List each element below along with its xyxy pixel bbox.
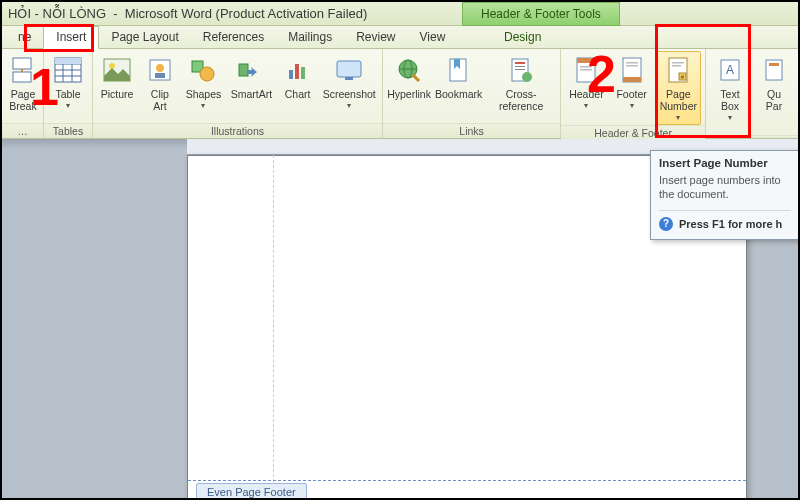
- page-break-icon: [7, 54, 39, 86]
- table-icon: [52, 54, 84, 86]
- cross-reference-icon: [505, 54, 537, 86]
- svg-rect-21: [515, 62, 525, 64]
- dropdown-icon: ▾: [630, 101, 634, 110]
- tab-review[interactable]: Review: [344, 27, 407, 48]
- tab-design[interactable]: Design: [492, 27, 553, 48]
- tooltip-title: Insert Page Number: [659, 157, 791, 169]
- svg-rect-36: [672, 62, 684, 64]
- group-illustrations: Picture Clip Art Shapes ▾ SmartArt Chart: [93, 49, 383, 138]
- tab-insert[interactable]: Insert: [43, 26, 99, 49]
- chart-button[interactable]: Chart: [279, 51, 317, 103]
- tooltip-help: ? Press F1 for more h: [659, 210, 791, 231]
- dropdown-icon: ▾: [347, 101, 351, 110]
- group-tables: Table ▾ Tables: [44, 49, 93, 138]
- page-break-label: Page Break: [9, 88, 36, 112]
- svg-rect-13: [295, 64, 299, 79]
- page-number-button[interactable]: # Page Number ▾: [656, 51, 701, 125]
- header-icon: [570, 54, 602, 86]
- header-button[interactable]: Header ▾: [565, 51, 607, 113]
- svg-rect-23: [515, 69, 525, 70]
- smartart-icon: [235, 54, 267, 86]
- group-links: Hyperlink Bookmark Cross-reference Links: [383, 49, 561, 138]
- help-icon: ?: [659, 217, 673, 231]
- cross-reference-button[interactable]: Cross-reference: [486, 51, 556, 115]
- activation-status: (Product Activation Failed): [216, 6, 368, 21]
- title-bar: HỎI - NỖI LÒNG - Microsoft Word (Product…: [2, 2, 798, 26]
- ribbon-insert: Page Break … Table ▾ Tables Picture C: [2, 49, 798, 139]
- svg-rect-27: [580, 66, 592, 68]
- bookmark-label: Bookmark: [435, 88, 482, 100]
- group-text-label: [706, 135, 798, 138]
- svg-rect-31: [626, 62, 638, 64]
- smartart-button[interactable]: SmartArt: [228, 51, 275, 103]
- screenshot-icon: [333, 54, 365, 86]
- tooltip-help-text: Press F1 for more h: [679, 218, 782, 230]
- dropdown-icon: ▾: [584, 101, 588, 110]
- cross-reference-label: Cross-reference: [490, 88, 552, 112]
- page-break-button[interactable]: Page Break: [6, 51, 40, 115]
- footer-section-tab[interactable]: Even Page Footer: [196, 483, 307, 500]
- clip-art-button[interactable]: Clip Art: [141, 51, 179, 115]
- group-links-label: Links: [383, 123, 560, 138]
- page-number-icon: #: [662, 54, 694, 86]
- clip-art-icon: [144, 54, 176, 86]
- shapes-button[interactable]: Shapes ▾: [183, 51, 224, 113]
- tab-references[interactable]: References: [191, 27, 276, 48]
- svg-rect-16: [345, 77, 353, 80]
- group-pages-label: …: [2, 123, 43, 138]
- svg-rect-28: [580, 69, 592, 71]
- picture-icon: [101, 54, 133, 86]
- group-illustrations-label: Illustrations: [93, 123, 382, 138]
- quick-parts-label: Qu Par: [766, 88, 782, 112]
- picture-button[interactable]: Picture: [97, 51, 137, 103]
- svg-rect-37: [672, 65, 681, 67]
- footer-icon: [616, 54, 648, 86]
- dropdown-icon: ▾: [66, 101, 70, 110]
- page-number-label: Page Number: [660, 88, 697, 112]
- page-number-tooltip: Insert Page Number Insert page numbers i…: [650, 150, 800, 240]
- svg-rect-12: [289, 70, 293, 79]
- tab-mailings[interactable]: Mailings: [276, 27, 344, 48]
- chart-icon: [282, 54, 314, 86]
- text-box-button[interactable]: A Text Box ▾: [710, 51, 750, 125]
- footer-separator: [188, 480, 746, 481]
- document-title: HỎI - NỖI LÒNG: [8, 6, 106, 21]
- group-header-footer-label: Header & Footer: [561, 125, 705, 140]
- svg-rect-1: [13, 72, 31, 82]
- chart-label: Chart: [285, 88, 311, 100]
- screenshot-label: Screenshot: [323, 88, 376, 100]
- footer-button[interactable]: Footer ▾: [612, 51, 652, 113]
- clip-art-label: Clip Art: [151, 88, 169, 112]
- hyperlink-icon: [393, 54, 425, 86]
- svg-point-7: [156, 64, 164, 72]
- table-button[interactable]: Table ▾: [48, 51, 88, 113]
- quick-parts-icon: [758, 54, 790, 86]
- tab-view[interactable]: View: [408, 27, 458, 48]
- bookmark-button[interactable]: Bookmark: [435, 51, 482, 103]
- footer-label: Footer: [616, 88, 646, 100]
- svg-point-24: [522, 72, 532, 82]
- tooltip-body: Insert page numbers into the document.: [659, 173, 791, 202]
- svg-rect-26: [577, 58, 595, 63]
- svg-rect-32: [626, 65, 638, 67]
- svg-rect-22: [515, 66, 525, 67]
- dropdown-icon: ▾: [728, 113, 732, 122]
- bookmark-icon: [443, 54, 475, 86]
- svg-rect-3: [55, 58, 81, 64]
- picture-label: Picture: [101, 88, 134, 100]
- dropdown-icon: ▾: [676, 113, 680, 122]
- svg-rect-14: [301, 67, 305, 79]
- smartart-label: SmartArt: [231, 88, 272, 100]
- tab-page-layout[interactable]: Page Layout: [99, 27, 190, 48]
- group-text: A Text Box ▾ Qu Par: [706, 49, 798, 138]
- quick-parts-button[interactable]: Qu Par: [754, 51, 794, 115]
- screenshot-button[interactable]: Screenshot ▾: [320, 51, 378, 113]
- svg-text:A: A: [726, 63, 734, 77]
- text-box-label: Text Box: [720, 88, 739, 112]
- hyperlink-button[interactable]: Hyperlink: [387, 51, 431, 103]
- table-label: Table: [55, 88, 80, 100]
- tab-home-fragment[interactable]: ne: [6, 27, 43, 48]
- ribbon-tabs: ne Insert Page Layout References Mailing…: [2, 26, 798, 49]
- hyperlink-label: Hyperlink: [387, 88, 431, 100]
- svg-rect-8: [155, 73, 165, 78]
